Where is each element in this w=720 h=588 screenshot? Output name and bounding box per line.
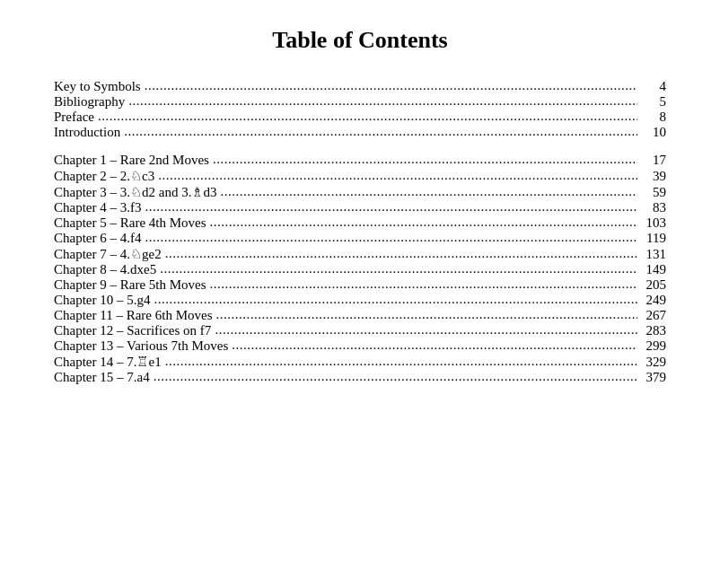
entry-dots: ........................................… <box>216 307 638 322</box>
entry-label: Chapter 13 – Various 7th Moves <box>54 338 228 354</box>
toc-entry: Chapter 8 – 4.dxe5......................… <box>54 262 666 277</box>
entry-dots: ........................................… <box>145 230 637 245</box>
toc-entry: Chapter 12 – Sacrifices on f7...........… <box>54 323 666 338</box>
entry-page: 5 <box>641 94 666 110</box>
entry-dots: ........................................… <box>160 261 637 276</box>
toc-entry: Preface.................................… <box>54 110 666 125</box>
entry-page: 8 <box>641 110 666 125</box>
toc-entry: Chapter 10 – 5.g4.......................… <box>54 293 666 308</box>
entry-page: 267 <box>641 308 666 323</box>
entry-page: 283 <box>641 323 666 338</box>
entry-page: 4 <box>641 79 666 94</box>
toc-chapters: Chapter 1 – Rare 2nd Moves..............… <box>54 153 666 385</box>
entry-page: 379 <box>641 370 666 385</box>
toc-entry: Chapter 15 – 7.a4.......................… <box>54 370 666 385</box>
entry-page: 131 <box>641 247 666 262</box>
entry-label: Chapter 4 – 3.f3 <box>54 200 141 215</box>
entry-dots: ........................................… <box>232 338 637 353</box>
entry-label: Chapter 1 – Rare 2nd Moves <box>54 153 209 168</box>
entry-label: Chapter 7 – 4.♘ge2 <box>54 246 162 262</box>
entry-label: Chapter 6 – 4.f4 <box>54 231 141 246</box>
entry-dots: ........................................… <box>145 199 637 215</box>
toc-entry: Chapter 3 – 3.♘d2 and 3.♗d3.............… <box>54 184 666 200</box>
toc-entry: Chapter 4 – 3.f3........................… <box>54 200 666 215</box>
entry-dots: ........................................… <box>145 78 637 93</box>
toc-entry: Chapter 1 – Rare 2nd Moves..............… <box>54 153 666 168</box>
entry-dots: ........................................… <box>154 292 637 307</box>
entry-dots: ........................................… <box>124 124 637 139</box>
entry-page: 205 <box>641 277 666 293</box>
entry-page: 103 <box>641 215 666 231</box>
entry-page: 149 <box>641 262 666 277</box>
entry-label: Chapter 9 – Rare 5th Moves <box>54 277 206 293</box>
entry-page: 329 <box>641 355 666 370</box>
entry-page: 59 <box>641 185 666 200</box>
entry-label: Chapter 15 – 7.a4 <box>54 370 150 385</box>
toc-front-matter: Key to Symbols..........................… <box>54 79 666 140</box>
entry-label: Chapter 10 – 5.g4 <box>54 293 150 308</box>
entry-label: Introduction <box>54 125 120 140</box>
entry-dots: ........................................… <box>128 93 637 109</box>
entry-page: 83 <box>641 200 666 215</box>
toc-entry: Chapter 11 – Rare 6th Moves.............… <box>54 308 666 323</box>
entry-page: 10 <box>641 125 666 140</box>
toc-entry: Chapter 7 – 4.♘ge2......................… <box>54 246 666 262</box>
toc-entry: Key to Symbols..........................… <box>54 79 666 94</box>
entry-dots: ........................................… <box>220 184 637 199</box>
entry-label: Key to Symbols <box>54 79 141 94</box>
entry-dots: ........................................… <box>158 168 637 183</box>
entry-dots: ........................................… <box>98 109 637 124</box>
toc-entry: Chapter 6 – 4.f4........................… <box>54 231 666 246</box>
entry-label: Chapter 11 – Rare 6th Moves <box>54 308 213 323</box>
entry-label: Chapter 5 – Rare 4th Moves <box>54 215 206 231</box>
toc-entry: Introduction............................… <box>54 125 666 140</box>
entry-label: Chapter 3 – 3.♘d2 and 3.♗d3 <box>54 184 216 200</box>
entry-dots: ........................................… <box>215 322 637 338</box>
page-title: Table of Contents <box>54 27 666 54</box>
entry-dots: ........................................… <box>210 276 637 292</box>
toc-container: Key to Symbols..........................… <box>54 79 666 385</box>
entry-page: 119 <box>641 231 666 246</box>
toc-entry: Chapter 9 – Rare 5th Moves..............… <box>54 277 666 293</box>
toc-entry: Chapter 14 – 7.♖e1......................… <box>54 354 666 370</box>
entry-dots: ........................................… <box>154 369 637 384</box>
toc-entry: Chapter 5 – Rare 4th Moves..............… <box>54 215 666 231</box>
entry-page: 299 <box>641 338 666 354</box>
toc-entry: Bibliography............................… <box>54 94 666 110</box>
entry-page: 17 <box>641 153 666 168</box>
entry-label: Bibliography <box>54 94 125 110</box>
entry-page: 249 <box>641 293 666 308</box>
toc-entry: Chapter 2 – 2.♘c3.......................… <box>54 168 666 184</box>
entry-dots: ........................................… <box>165 246 637 261</box>
entry-label: Chapter 12 – Sacrifices on f7 <box>54 323 211 338</box>
entry-dots: ........................................… <box>213 152 637 167</box>
entry-label: Chapter 14 – 7.♖e1 <box>54 354 162 370</box>
entry-label: Chapter 8 – 4.dxe5 <box>54 262 156 277</box>
entry-dots: ........................................… <box>210 215 637 230</box>
entry-page: 39 <box>641 169 666 184</box>
entry-label: Chapter 2 – 2.♘c3 <box>54 168 154 184</box>
toc-entry: Chapter 13 – Various 7th Moves..........… <box>54 338 666 354</box>
entry-label: Preface <box>54 110 94 125</box>
entry-dots: ........................................… <box>165 354 637 369</box>
